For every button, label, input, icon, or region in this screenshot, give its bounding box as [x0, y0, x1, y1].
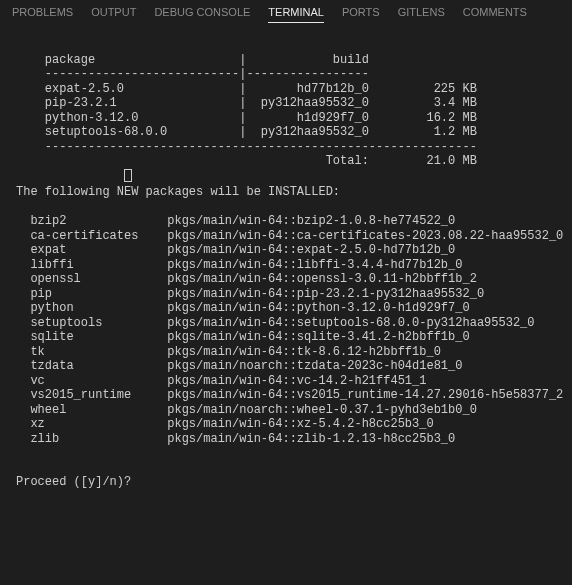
install-row: vs2015_runtime pkgs/main/win-64::vs2015_… [16, 388, 556, 403]
cursor-line [16, 169, 556, 186]
pkg-table-header: package | build [16, 53, 556, 68]
install-row: xz pkgs/main/win-64::xz-5.4.2-h8cc25b3_0 [16, 417, 556, 432]
panel-tabbar: PROBLEMSOUTPUTDEBUG CONSOLETERMINALPORTS… [0, 0, 572, 28]
blank-line [16, 200, 556, 215]
install-row: tk pkgs/main/win-64::tk-8.6.12-h2bbff1b_… [16, 345, 556, 360]
install-heading: The following NEW packages will be INSTA… [16, 185, 556, 200]
pkg-table-row: expat-2.5.0 | hd77b12b_0 225 KB [16, 82, 556, 97]
tab-terminal[interactable]: TERMINAL [268, 6, 324, 23]
tab-problems[interactable]: PROBLEMS [12, 6, 73, 23]
proceed-prompt: Proceed ([y]/n)? [16, 475, 556, 490]
pkg-table-total: Total: 21.0 MB [16, 154, 556, 169]
blank-line [16, 446, 556, 461]
pkg-table-row: python-3.12.0 | h1d929f7_0 16.2 MB [16, 111, 556, 126]
install-row: python pkgs/main/win-64::python-3.12.0-h… [16, 301, 556, 316]
install-row: sqlite pkgs/main/win-64::sqlite-3.41.2-h… [16, 330, 556, 345]
cursor-icon [124, 169, 132, 182]
tab-ports[interactable]: PORTS [342, 6, 380, 23]
tab-comments[interactable]: COMMENTS [463, 6, 527, 23]
pkg-table-row: pip-23.2.1 | py312haa95532_0 3.4 MB [16, 96, 556, 111]
terminal-output[interactable]: package | build ------------------------… [0, 28, 572, 490]
install-row: setuptools pkgs/main/win-64::setuptools-… [16, 316, 556, 331]
pkg-table-row: setuptools-68.0.0 | py312haa95532_0 1.2 … [16, 125, 556, 140]
blank-line [16, 38, 556, 53]
install-row: wheel pkgs/main/noarch::wheel-0.37.1-pyh… [16, 403, 556, 418]
blank-line [16, 461, 556, 476]
tab-debug-console[interactable]: DEBUG CONSOLE [154, 6, 250, 23]
install-row: expat pkgs/main/win-64::expat-2.5.0-hd77… [16, 243, 556, 258]
tab-gitlens[interactable]: GITLENS [398, 6, 445, 23]
install-row: pip pkgs/main/win-64::pip-23.2.1-py312ha… [16, 287, 556, 302]
install-row: ca-certificates pkgs/main/win-64::ca-cer… [16, 229, 556, 244]
install-row: openssl pkgs/main/win-64::openssl-3.0.11… [16, 272, 556, 287]
pkg-table-divider: ----------------------------------------… [16, 140, 556, 155]
install-row: vc pkgs/main/win-64::vc-14.2-h21ff451_1 [16, 374, 556, 389]
tab-output[interactable]: OUTPUT [91, 6, 136, 23]
install-row: libffi pkgs/main/win-64::libffi-3.4.4-hd… [16, 258, 556, 273]
install-row: bzip2 pkgs/main/win-64::bzip2-1.0.8-he77… [16, 214, 556, 229]
install-row: zlib pkgs/main/win-64::zlib-1.2.13-h8cc2… [16, 432, 556, 447]
pkg-table-divider: ---------------------------|------------… [16, 67, 556, 82]
install-row: tzdata pkgs/main/noarch::tzdata-2023c-h0… [16, 359, 556, 374]
